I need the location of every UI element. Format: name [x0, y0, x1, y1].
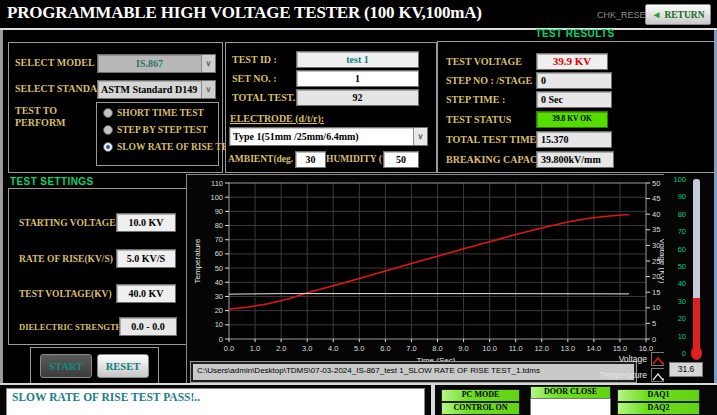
thermometer-tick-label: 10 — [664, 332, 686, 341]
starting-voltage-field[interactable]: 10.0 KV — [116, 213, 176, 232]
test-results-header: TEST RESULTS — [437, 28, 713, 39]
y-right-tick-label: 5 — [652, 319, 656, 328]
thermometer-tick-label: 90 — [664, 192, 686, 201]
result-label: STEP TIME : — [446, 94, 505, 105]
dielectric-strength-field: 0.0 - 0.0 — [119, 317, 177, 336]
select-model-dropdown[interactable]: IS.867 ∨ — [97, 54, 216, 73]
radio-label: SHORT TIME TEST — [117, 108, 204, 118]
electrode-value: Type 1(51mm /25mm/6.4mm) — [230, 131, 413, 142]
radio-label: STEP BY STEP TEST — [117, 125, 208, 135]
y-left-tick-label: 80 — [215, 221, 223, 230]
daq2-button[interactable]: DAQ2 — [617, 402, 700, 415]
x-tick-label: 3.0 — [302, 344, 312, 353]
y-left-tick-label: 110 — [211, 179, 223, 188]
x-axis-title: Time (Sec) — [417, 356, 456, 361]
status-message-box: SLOW RATE OF RISE TEST PASS!.. — [6, 388, 425, 415]
setting-label: TEST VOLTAGE(KV) — [19, 289, 112, 299]
radio-icon — [103, 108, 113, 118]
chevron-down-icon: ∨ — [201, 55, 215, 72]
return-arrow-icon: ◄ — [651, 10, 661, 20]
thermometer-tick-label: 80 — [664, 210, 686, 219]
electrode-label: ELECTRODE (d/t/r): — [230, 113, 324, 124]
status-message: SLOW RATE OF RISE TEST PASS!.. — [7, 389, 424, 403]
y-left-tick-label: 70 — [215, 235, 223, 244]
legend-temperature[interactable]: Temperature — [595, 368, 670, 382]
select-standard-dropdown[interactable]: ASTM Standard D149 ∨ — [97, 80, 216, 99]
select-standard-value: ASTM Standard D149 — [98, 84, 201, 95]
select-model-value: IS.867 — [98, 58, 201, 69]
x-tick-label: 7.0 — [406, 344, 416, 353]
x-tick-label: 1.0 — [250, 344, 260, 353]
thermometer-tube — [693, 179, 700, 353]
set-no-field[interactable]: 1 — [296, 70, 419, 87]
legend-label: Temperature — [595, 370, 647, 380]
window-frame-left — [0, 30, 3, 415]
x-tick-label: 5.0 — [354, 344, 364, 353]
step-time-value: 0 Sec — [536, 91, 612, 108]
step-no-value: 0 — [536, 72, 612, 89]
tdms-file-path: C:\Users\admin\Desktop\TDMS\07-03-2024_I… — [191, 362, 636, 382]
total-test-field: 92 — [296, 89, 419, 106]
y-right-tick-label: 45 — [652, 194, 660, 203]
electrode-dropdown[interactable]: Type 1(51mm /25mm/6.4mm) ∨ — [229, 127, 428, 146]
temperature-thermometer: 0102030405060708090100 31.6 — [664, 174, 713, 383]
x-tick-label: 13.0 — [561, 344, 576, 353]
test-status-badge: 39.8 KV OK — [536, 111, 608, 128]
y-left-tick-label: 50 — [215, 264, 223, 273]
bottom-bar-divider — [431, 385, 435, 415]
chk-reset-label: CHK_RESET — [597, 10, 651, 20]
y-left-tick-label: 90 — [215, 207, 223, 216]
y-left-tick-label: 20 — [215, 306, 223, 315]
breaking-capacity-value: 39.800kV/mm — [536, 151, 614, 168]
total-test-label: TOTAL TEST. : — [232, 92, 301, 103]
setting-label: RATE OF RISE(KV/S) — [19, 254, 113, 264]
y-right-tick-label: 40 — [652, 210, 660, 219]
thermometer-readout: 31.6 — [669, 362, 703, 377]
thermometer-tick-label: 0 — [664, 349, 686, 358]
y-left-axis-title: Temperature — [193, 238, 202, 283]
test-settings-header: TEST SETTINGS — [10, 176, 94, 187]
result-label: TOTAL TEST TIME : — [446, 134, 542, 145]
model-selection-panel: SELECT MODEL : IS.867 ∨ SELECT STANDARD … — [8, 42, 223, 173]
rate-of-rise-field[interactable]: 5.0 KV/S — [116, 249, 176, 268]
x-tick-label: 9.0 — [458, 344, 468, 353]
test-id-field[interactable]: test 1 — [296, 51, 419, 68]
humidity-field[interactable]: 50 — [383, 151, 419, 168]
return-button[interactable]: ◄ RETURN — [645, 4, 711, 25]
test-id-label: TEST ID : — [232, 54, 277, 65]
thermometer-tick-label: 50 — [664, 262, 686, 271]
y-left-tick-label: 60 — [215, 249, 223, 258]
bottom-status-bar: SLOW RATE OF RISE TEST PASS!.. PC MODE C… — [0, 383, 717, 415]
total-test-time-value: 15.370 — [536, 131, 612, 148]
y-left-tick-label: 10 — [215, 320, 223, 329]
test-settings-panel: STARTING VOLTAGE(KV) 10.0 KV RATE OF RIS… — [8, 188, 187, 345]
y-left-tick-label: 40 — [215, 278, 223, 287]
series-temperature — [229, 294, 629, 295]
radio-step-by-step-test[interactable]: STEP BY STEP TEST — [103, 125, 208, 135]
control-on-button[interactable]: CONTROL ON — [441, 402, 520, 415]
thermometer-tick-label: 60 — [664, 245, 686, 254]
thermometer-tick-label: 70 — [664, 227, 686, 236]
x-tick-label: 12.0 — [534, 344, 549, 353]
ambient-field[interactable]: 30 — [295, 151, 326, 168]
radio-label: SLOW RATE OF RISE TEST — [117, 142, 240, 152]
title-bar: PROGRAMMABLE HIGH VOLTAGE TESTER (100 KV… — [0, 0, 717, 30]
return-button-label: RETURN — [664, 10, 704, 20]
y-right-tick-label: 0 — [652, 335, 656, 344]
thermometer-tick-label: 40 — [664, 279, 686, 288]
test-voltage-field[interactable]: 40.0 KV — [116, 284, 176, 303]
legend-voltage[interactable]: Voltage — [595, 352, 670, 366]
pc-mode-button[interactable]: PC MODE — [441, 389, 520, 402]
daq1-button[interactable]: DAQ1 — [617, 389, 700, 402]
reset-button[interactable]: RESET — [97, 354, 149, 378]
x-tick-label: 0.0 — [224, 344, 234, 353]
start-button[interactable]: START — [40, 354, 92, 378]
test-info-panel: TEST ID : test 1 SET NO. : 1 TOTAL TEST.… — [225, 42, 437, 173]
y-right-tick-label: 10 — [652, 303, 660, 312]
radio-short-time-test[interactable]: SHORT TIME TEST — [103, 108, 204, 118]
radio-slow-rate-of-rise-test[interactable]: SLOW RATE OF RISE TEST — [103, 142, 240, 152]
thermometer-bulb — [691, 346, 702, 360]
xy-graph: 0.01.02.03.04.05.06.07.08.09.010.011.012… — [187, 175, 665, 361]
start-reset-button-box: START RESET — [30, 347, 159, 385]
legend-label: Voltage — [595, 354, 647, 364]
